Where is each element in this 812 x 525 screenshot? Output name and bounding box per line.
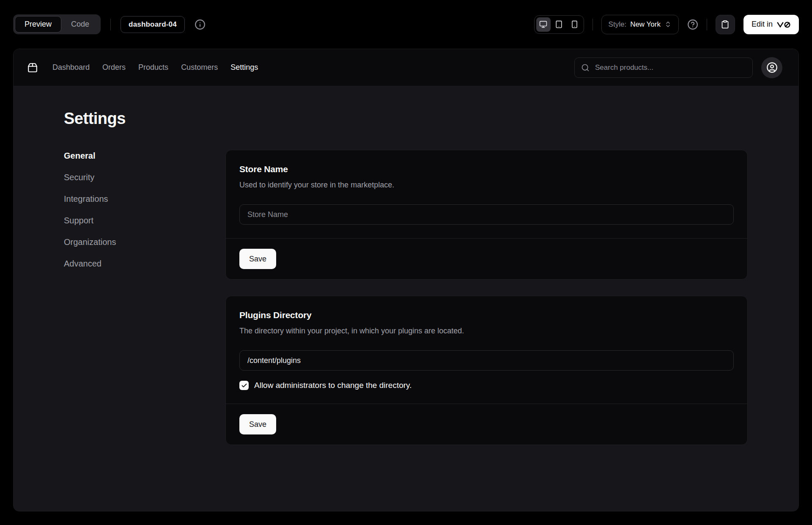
sidebar-item-general[interactable]: General [64,150,187,162]
settings-sidebar: General Security Integrations Support Or… [64,150,187,269]
check-icon [241,382,247,389]
nav-item-dashboard[interactable]: Dashboard [52,63,90,72]
device-toggle-group [534,15,584,34]
plugins-directory-card: Plugins Directory The directory within y… [225,296,748,445]
style-select[interactable]: Style: New York [601,15,679,34]
search-box [574,58,753,78]
circle-user-icon [766,62,778,73]
project-badge: dashboard-04 [121,16,185,33]
tab-code[interactable]: Code [61,16,99,33]
nav-item-settings[interactable]: Settings [230,63,258,72]
divider [110,19,111,30]
card-description: Used to identify your store in the marke… [239,180,734,190]
allow-admins-checkbox[interactable] [239,381,249,390]
user-menu-button[interactable] [761,57,782,78]
settings-page: Settings General Security Integrations S… [14,86,798,511]
card-title: Store Name [239,164,734,175]
save-button[interactable]: Save [239,249,276,269]
v0-logo-icon [776,21,791,28]
divider [707,19,707,30]
nav-item-orders[interactable]: Orders [102,63,126,72]
app-header: Dashboard Orders Products Customers Sett… [14,49,798,86]
allow-admins-row: Allow administrators to change the direc… [239,381,734,390]
tablet-view-button[interactable] [552,17,566,32]
sidebar-item-organizations[interactable]: Organizations [64,236,187,248]
preview-frame: Dashboard Orders Products Customers Sett… [13,49,799,511]
style-select-label: Style: [609,20,627,29]
plugins-directory-input[interactable] [239,350,734,371]
tab-preview[interactable]: Preview [15,16,61,33]
edit-in-v0-label: Edit in [752,20,773,29]
nav-item-customers[interactable]: Customers [181,63,218,72]
desktop-view-button[interactable] [536,17,551,32]
store-name-input[interactable] [239,204,734,225]
card-title: Plugins Directory [239,310,734,321]
search-input[interactable] [595,63,746,72]
help-icon[interactable] [687,19,698,30]
package-icon[interactable] [27,62,38,73]
search-icon [581,63,590,72]
card-description: The directory within your project, in wh… [239,326,734,336]
mobile-view-button[interactable] [568,17,582,32]
v0-toolbar: Preview Code dashboard-04 Style: New Yor… [0,0,812,49]
monitor-icon [539,20,547,28]
divider [593,19,593,30]
sidebar-item-support[interactable]: Support [64,214,187,226]
sidebar-item-security[interactable]: Security [64,171,187,183]
tablet-icon [555,20,563,28]
style-select-value: New York [630,20,661,29]
copy-code-button[interactable] [716,15,735,34]
smartphone-icon [571,20,579,28]
store-name-card: Store Name Used to identify your store i… [225,150,748,280]
chevrons-up-down-icon [664,21,672,28]
nav-item-products[interactable]: Products [138,63,168,72]
info-icon[interactable] [195,19,206,30]
page-title: Settings [64,109,748,128]
allow-admins-label[interactable]: Allow administrators to change the direc… [254,381,411,390]
edit-in-v0-button[interactable]: Edit in [743,15,799,34]
sidebar-item-integrations[interactable]: Integrations [64,193,187,205]
save-button[interactable]: Save [239,414,276,434]
main-nav: Dashboard Orders Products Customers Sett… [52,63,258,72]
clipboard-icon [721,20,730,29]
sidebar-item-advanced[interactable]: Advanced [64,258,187,269]
view-toggle: Preview Code [13,14,101,34]
